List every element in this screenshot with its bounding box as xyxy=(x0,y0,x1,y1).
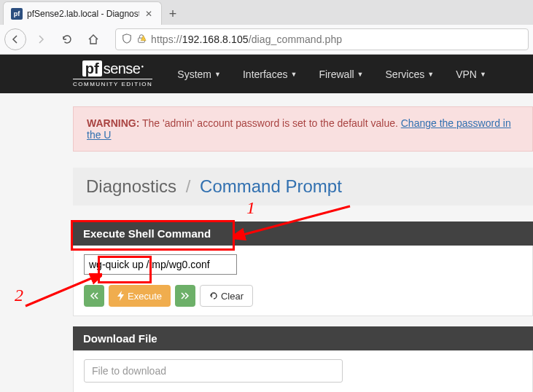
chevron-down-icon: ▼ xyxy=(290,71,297,78)
nav-system[interactable]: System▼ xyxy=(167,63,231,86)
annotation-arrow-2 xyxy=(22,273,102,310)
tab-title: pfSense2.lab.local - Diagnostics xyxy=(27,9,139,19)
nav-services[interactable]: Services▼ xyxy=(376,63,445,86)
url-bar[interactable]: https://192.168.8.105/diag_command.php xyxy=(115,28,529,50)
panel-header: Download File xyxy=(73,326,533,350)
close-icon[interactable]: ✕ xyxy=(144,9,154,19)
browser-tab[interactable]: pf pfSense2.lab.local - Diagnostics ✕ xyxy=(3,1,162,25)
reload-button[interactable] xyxy=(55,28,79,50)
browser-toolbar: https://192.168.8.105/diag_command.php xyxy=(0,25,533,54)
main-nav: pf sense● COMMUNITY EDITION System▼ Inte… xyxy=(0,55,533,93)
browser-chrome: pf pfSense2.lab.local - Diagnostics ✕ + xyxy=(0,0,533,55)
logo-box: pf xyxy=(82,60,102,77)
new-tab-button[interactable]: + xyxy=(162,3,184,25)
lock-warning-icon xyxy=(136,34,147,46)
warning-alert: WARNING: The 'admin' account password is… xyxy=(73,106,533,152)
undo-icon xyxy=(209,291,218,300)
logo-text: sense● xyxy=(104,60,144,77)
nav-vpn[interactable]: VPN▼ xyxy=(446,63,497,86)
nav-items: System▼ Interfaces▼ Firewall▼ Services▼ … xyxy=(167,63,497,86)
chevron-down-icon: ▼ xyxy=(427,71,434,78)
tab-favicon: pf xyxy=(11,8,23,20)
svg-line-1 xyxy=(241,206,350,235)
annotation-arrow-1 xyxy=(233,200,357,240)
breadcrumb-root[interactable]: Diagnostics xyxy=(86,176,176,196)
logo-subtitle: COMMUNITY EDITION xyxy=(73,79,152,87)
shield-icon xyxy=(122,34,132,46)
home-button[interactable] xyxy=(82,28,105,50)
file-path-input[interactable] xyxy=(84,359,343,383)
chevron-double-right-icon xyxy=(181,292,190,299)
history-next-button[interactable] xyxy=(175,285,195,307)
download-file-panel: Download File Download xyxy=(73,326,533,392)
panel-body: Execute Clear xyxy=(73,246,533,316)
breadcrumb-separator: / xyxy=(186,176,191,196)
url-text: https://192.168.8.105/diag_command.php xyxy=(151,34,342,45)
command-input[interactable] xyxy=(84,254,237,275)
forward-button[interactable] xyxy=(29,28,52,50)
bolt-icon xyxy=(117,291,125,301)
chevron-down-icon: ▼ xyxy=(357,71,364,78)
back-button[interactable] xyxy=(4,28,26,50)
panel-body: Download xyxy=(73,350,533,392)
nav-interfaces[interactable]: Interfaces▼ xyxy=(233,63,307,86)
tab-bar: pf pfSense2.lab.local - Diagnostics ✕ + xyxy=(0,0,533,25)
clear-button[interactable]: Clear xyxy=(200,285,253,307)
breadcrumb-current: Command Prompt xyxy=(200,176,342,196)
execute-button[interactable]: Execute xyxy=(109,285,171,307)
button-row: Execute Clear xyxy=(84,285,522,307)
pfsense-logo[interactable]: pf sense● COMMUNITY EDITION xyxy=(73,60,152,87)
svg-line-2 xyxy=(26,277,95,306)
warning-label: WARNING: xyxy=(87,117,139,129)
chevron-down-icon: ▼ xyxy=(214,71,221,78)
warning-text: The 'admin' account password is set to t… xyxy=(139,117,400,129)
nav-firewall[interactable]: Firewall▼ xyxy=(308,63,373,86)
chevron-down-icon: ▼ xyxy=(480,71,486,78)
